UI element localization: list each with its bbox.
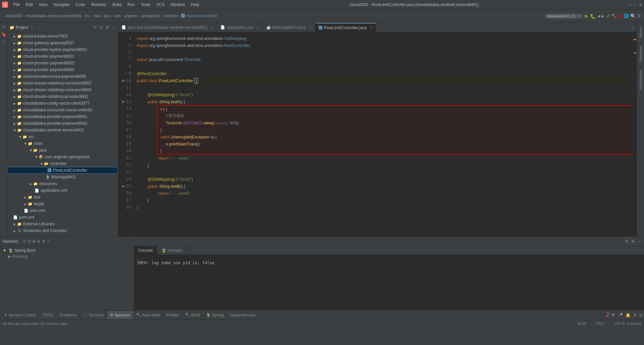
menu-navigate[interactable]: Navigate: [51, 2, 72, 8]
tab-flowlimit-close[interactable]: ✕: [370, 26, 372, 30]
tree-item-eureka[interactable]: ▶ 📁 cloud-eureka-server7002: [7, 33, 118, 40]
code-editor[interactable]: 4 5 6 7 8 ✓ 9 ▶ 10 11 12 ▶ 13: [118, 32, 637, 236]
bottom-settings-icon[interactable]: ⚙: [624, 238, 629, 244]
toolbar-refresh[interactable]: ↺: [606, 13, 610, 19]
tree-item-sentinel8401[interactable]: ▼ 📁 cloudalibaba-sentinel-service8401: [7, 127, 118, 133]
tree-item-test[interactable]: ▶ 📁 test: [7, 194, 118, 200]
window-maximize[interactable]: □: [634, 2, 637, 7]
tab-pom[interactable]: 📄 pom.xml (cloudalibaba-sentinel-service…: [118, 23, 217, 32]
tab-application-close[interactable]: ✕: [257, 25, 259, 29]
window-close[interactable]: ✕: [639, 2, 643, 7]
menu-build[interactable]: Build: [110, 2, 124, 8]
gutter-run-13[interactable]: ▶: [121, 98, 125, 105]
toolbar-forward[interactable]: ▶: [601, 14, 604, 18]
tree-item-stream8801[interactable]: ▶ 📁 cloud-stream-rabbitmq-provider8801: [7, 93, 118, 100]
tree-item-order83[interactable]: ▶ 📁 cloudalibaba-consumer-nacos-order83: [7, 107, 118, 113]
menu-window[interactable]: Window: [168, 2, 188, 8]
toolbar-services[interactable]: ⚙ Services: [107, 311, 133, 319]
hide-panel-icon[interactable]: ─: [111, 24, 116, 31]
run-button[interactable]: ▶: [585, 13, 589, 19]
toolbar-profiler[interactable]: Profiler: [164, 311, 182, 319]
tree-item-payment8001[interactable]: ▶ 📁 cloud-provider-payment8001: [7, 53, 118, 60]
bottom-gear-icon[interactable]: ⚙: [631, 238, 636, 244]
menu-vcs[interactable]: VCS: [154, 2, 167, 8]
tree-item-target[interactable]: ▶ 📁 target: [7, 200, 118, 207]
tree-item-provider9002[interactable]: ▶ 📁 cloudalibaba-provider-payment9002: [7, 120, 118, 127]
tab-mainapp[interactable]: ☕ MainApp8401.java ✕: [263, 23, 315, 32]
toolbar-translate[interactable]: 🌐: [624, 13, 629, 18]
tree-item-stream8802[interactable]: ▶ 📁 cloud-stream-rabbitmq-consumer8802: [7, 80, 118, 87]
tree-item-provider9001[interactable]: ▶ 📁 cloudalibaba-provider-payment9001: [7, 113, 118, 120]
tree-item-gateway[interactable]: ▶ 📁 cloud-gateway-gateway9527: [7, 40, 118, 46]
tree-item-appyaml[interactable]: 📄 application.yml: [7, 187, 118, 194]
breadcrumb-springcloud[interactable]: springcloud: [141, 14, 159, 18]
tree-item-java[interactable]: ▼ 📂 java: [7, 147, 118, 154]
breadcrumb-cloud2020[interactable]: cloud2020: [5, 14, 22, 18]
menu-tools[interactable]: Tools: [138, 2, 153, 8]
project-icon[interactable]: P: [1, 24, 6, 30]
tree-item-hystrix[interactable]: ▶ 📁 cloud-provider-hystrix-payment8001: [7, 46, 118, 53]
toolbar-build[interactable]: 🔨 Build: [182, 311, 203, 319]
gutter-run-10[interactable]: ▶: [121, 77, 125, 84]
breadcrumb-controller[interactable]: controller: [163, 14, 178, 18]
tree-item-main[interactable]: ▼ 📁 main: [7, 140, 118, 147]
run-config-selector[interactable]: MainApp8401 (1) ▼: [545, 13, 583, 19]
breadcrumb-angenin[interactable]: angenin: [124, 14, 138, 18]
menu-code[interactable]: Code: [73, 2, 88, 8]
database-panel-label[interactable]: Database: [638, 43, 643, 64]
services-running[interactable]: ▶ Running: [3, 253, 131, 260]
bookmark-icon[interactable]: 🔖: [1, 32, 6, 37]
tree-item-payment8002[interactable]: ▶ 📁 cloud-provider-payment8002: [7, 60, 118, 66]
toolbar-settings[interactable]: ⚙: [637, 13, 641, 18]
tree-item-pom-sub[interactable]: 📄 pom.xml: [7, 207, 118, 214]
tree-item-nacos3377[interactable]: ▶ 📁 cloudalibaba-config-nacos-client3377: [7, 100, 118, 107]
menu-edit[interactable]: Edit: [23, 2, 36, 8]
console-tab-console[interactable]: Console: [134, 246, 157, 254]
tab-pom-close[interactable]: ✕: [211, 25, 213, 29]
structure-icon[interactable]: S: [1, 39, 6, 44]
services-springboot[interactable]: ▼ 🍃 Spring Boot: [3, 247, 131, 253]
status-charset[interactable]: UTF-8: 4 spaces: [614, 322, 641, 326]
tree-item-stream8803[interactable]: ▶ 📁 cloud-stream-rabbitmq-consumer8803: [7, 87, 118, 93]
tree-item-payment8004[interactable]: ▶ 📁 cloud-provider-payment8004: [7, 66, 118, 73]
tree-item-consul[interactable]: ▶ 📁 cloud-providerconsul-payment8006: [7, 73, 118, 80]
menu-run[interactable]: Run: [125, 2, 138, 8]
window-minimize[interactable]: ─: [629, 2, 632, 7]
tab-application[interactable]: 📄 application.yml ✕: [217, 23, 263, 32]
services-group-icon[interactable]: ⊕: [37, 239, 40, 244]
menu-view[interactable]: View: [36, 2, 50, 8]
tree-item-mainapp[interactable]: 🍃 MainApp8401: [7, 174, 118, 180]
toolbar-autobuild[interactable]: 🔨 Auto-build: [133, 311, 163, 319]
tab-flowlimit[interactable]: 🅲 FlowLimitController.java ✕: [315, 23, 376, 32]
services-refresh-icon[interactable]: ⟳: [23, 239, 26, 244]
breadcrumb-src[interactable]: src: [85, 14, 90, 18]
settings-icon[interactable]: ⚙: [105, 24, 110, 31]
breadcrumb-flowlimit[interactable]: 🅲 FlowLimitController: [181, 14, 217, 18]
tree-item-src[interactable]: ▼ 📁 src: [7, 133, 118, 140]
collapse-all-icon[interactable]: ⊟: [99, 24, 104, 31]
toolbar-terminal[interactable]: ⬛ Terminal: [80, 311, 106, 319]
toolbar-spring[interactable]: 🍃 Spring: [203, 311, 226, 319]
toolbar-todo[interactable]: TODO: [39, 311, 56, 319]
gutter-run-25[interactable]: ▶: [121, 183, 125, 190]
status-linesep[interactable]: CRLF: [595, 322, 605, 326]
tree-item-ext-libs[interactable]: ▶ 📁 External Libraries: [7, 221, 118, 227]
tree-item-pom-root[interactable]: 📄 pom.xml: [7, 214, 118, 221]
toolbar-back[interactable]: ◀: [597, 14, 600, 18]
breadcrumb-com[interactable]: com: [114, 14, 121, 18]
toolbar-dependencies[interactable]: Dependencies: [227, 311, 258, 319]
tree-item-com-pkg[interactable]: ▼ 📦 com.angenin.springcloud: [7, 154, 118, 160]
debug-button[interactable]: 🐛: [590, 13, 596, 19]
notifications-panel-label[interactable]: Notifications: [638, 67, 643, 93]
maven-panel-label[interactable]: Maven: [638, 24, 643, 41]
toolbar-problems[interactable]: Problems: [57, 311, 79, 319]
toolbar-build[interactable]: 🔨: [611, 13, 616, 18]
tree-item-flowlimitcontroller[interactable]: 🅲 FlowLimitController: [7, 167, 118, 174]
notification-icon[interactable]: 🔔: [626, 313, 631, 318]
tabs-more-button[interactable]: ⋮: [629, 23, 637, 32]
services-expand-icon[interactable]: ⊞: [32, 239, 36, 244]
breadcrumb-java[interactable]: java: [104, 14, 111, 18]
toolbar-search[interactable]: 🔍: [630, 13, 636, 19]
sync-icon[interactable]: ⟳: [93, 24, 98, 31]
menu-refactor[interactable]: Refactor: [89, 2, 109, 8]
